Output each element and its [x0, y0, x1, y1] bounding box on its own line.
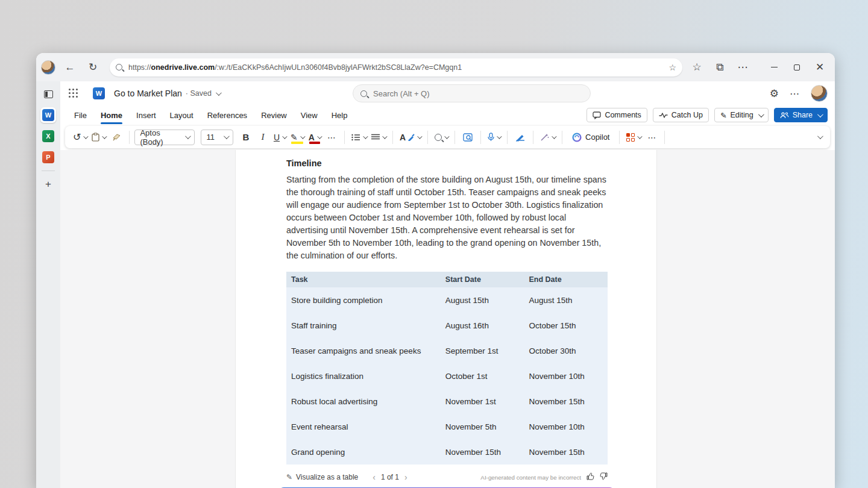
- styles-button[interactable]: A: [398, 129, 423, 146]
- bullets-button[interactable]: [350, 129, 368, 146]
- thumbs-up-icon[interactable]: [587, 472, 594, 482]
- cell-end: August 15th: [524, 296, 608, 305]
- cell-start: November 1st: [441, 397, 524, 406]
- app-header: W Go to Market Plan · Saved ⚙ ⋯: [60, 81, 835, 105]
- add-favorite-icon[interactable]: ☆: [668, 63, 676, 72]
- italic-button[interactable]: I: [255, 129, 271, 146]
- highlight-color-bar: [291, 142, 303, 144]
- maximize-button[interactable]: [788, 59, 805, 76]
- rail-item-powerpoint[interactable]: P: [40, 149, 56, 165]
- account-avatar[interactable]: [811, 85, 828, 102]
- font-size-chevron-down-icon: [224, 133, 230, 139]
- gear-icon[interactable]: ⚙: [770, 87, 779, 100]
- search-input[interactable]: [373, 89, 554, 98]
- microphone-icon: [488, 133, 494, 142]
- sidebar-toggle-button[interactable]: [40, 86, 56, 102]
- designer-button[interactable]: [460, 129, 476, 146]
- minimize-icon: [771, 67, 778, 68]
- dictate-button[interactable]: [486, 129, 502, 146]
- section-paragraph: Starting from the completion of the stor…: [286, 174, 608, 262]
- document-page[interactable]: Timeline Starting from the completion of…: [235, 150, 657, 488]
- tab-layout[interactable]: Layout: [165, 108, 199, 123]
- header-more-icon[interactable]: ⋯: [790, 88, 800, 99]
- catch-up-button[interactable]: Catch Up: [653, 108, 709, 122]
- url-text[interactable]: https://onedrive.live.com/:w:/t/EaCKkPs6…: [128, 63, 462, 72]
- close-button[interactable]: ✕: [811, 59, 828, 76]
- magic-wand-icon: [540, 133, 549, 142]
- app-launcher-icon[interactable]: [69, 89, 78, 98]
- comments-button[interactable]: Comments: [587, 108, 647, 122]
- table-row[interactable]: Teaser campaigns and sneak peeks Septemb…: [286, 338, 608, 363]
- browser-more-icon[interactable]: ⋯: [734, 59, 751, 76]
- browser-profile-avatar[interactable]: [41, 60, 55, 75]
- designer-icon: [463, 133, 473, 142]
- table-row[interactable]: Event rehearsal November 5th November 10…: [286, 414, 608, 439]
- tab-home[interactable]: Home: [95, 108, 128, 123]
- pager-next-icon[interactable]: ›: [404, 472, 407, 482]
- table-row[interactable]: Logistics finalization October 1st Novem…: [286, 363, 608, 389]
- add-ins-button[interactable]: [624, 129, 643, 146]
- font-size-value: 11: [206, 133, 215, 142]
- rail-add-button[interactable]: +: [40, 177, 56, 192]
- font-color-button[interactable]: A: [307, 129, 322, 146]
- table-row[interactable]: Grand opening November 15th November 15t…: [286, 439, 608, 465]
- saved-status: · Saved: [186, 89, 212, 98]
- table-row[interactable]: Robust local advertising November 1st No…: [286, 389, 608, 414]
- copilot-button[interactable]: Copilot: [567, 129, 614, 146]
- editor-button[interactable]: [512, 129, 528, 146]
- tab-review[interactable]: Review: [256, 108, 292, 123]
- format-painter-button[interactable]: [108, 129, 124, 146]
- font-size-select[interactable]: 11: [201, 130, 233, 145]
- undo-chevron-down-icon: [84, 134, 89, 139]
- back-button[interactable]: ←: [61, 59, 78, 76]
- address-bar[interactable]: https://onedrive.live.com/:w:/t/EaCKkPs6…: [110, 58, 682, 77]
- timeline-table[interactable]: Task Start Date End Date Store building …: [286, 272, 608, 465]
- title-chevron-down-icon[interactable]: [216, 90, 222, 96]
- ribbon-collapse-chevron-icon[interactable]: [817, 133, 823, 139]
- bold-button[interactable]: B: [238, 129, 254, 146]
- font-name-select[interactable]: Aptos (Body): [134, 130, 195, 145]
- document-title[interactable]: Go to Market Plan: [114, 89, 182, 98]
- pager-prev-icon[interactable]: ‹: [373, 472, 376, 482]
- underline-button[interactable]: U: [272, 129, 288, 146]
- document-canvas: Timeline Starting from the completion of…: [60, 150, 835, 488]
- word-search-box[interactable]: [353, 84, 591, 102]
- column-header-task: Task: [286, 275, 441, 284]
- paste-button[interactable]: [90, 129, 107, 146]
- cell-task: Robust local advertising: [286, 397, 441, 406]
- minimize-button[interactable]: [766, 59, 782, 76]
- rail-item-word[interactable]: W: [40, 107, 56, 123]
- align-button[interactable]: [370, 129, 388, 146]
- ribbon-more-button[interactable]: ⋯: [644, 129, 659, 146]
- copilot-label: Copilot: [585, 133, 609, 142]
- url-domain: onedrive.live.com: [151, 63, 215, 72]
- favorites-button[interactable]: ☆: [688, 59, 705, 76]
- undo-icon: ↺: [73, 131, 81, 143]
- share-button[interactable]: Share: [774, 108, 828, 122]
- highlight-button[interactable]: ✎: [289, 129, 306, 146]
- visualize-as-table-button[interactable]: Visualize as a table: [296, 473, 358, 481]
- editing-button[interactable]: ✎ Editing: [714, 108, 769, 122]
- font-color-chevron-down-icon: [317, 134, 322, 139]
- tab-insert[interactable]: Insert: [131, 108, 162, 123]
- plus-icon: +: [45, 178, 51, 190]
- table-row[interactable]: Staff training August 16th October 15th: [286, 313, 608, 338]
- tab-view[interactable]: View: [295, 108, 323, 123]
- ribbon-more-icon: ⋯: [647, 133, 656, 142]
- cell-start: October 1st: [441, 372, 524, 381]
- rail-item-excel[interactable]: X: [40, 128, 56, 144]
- tab-file[interactable]: File: [69, 108, 92, 123]
- tab-references[interactable]: References: [202, 108, 253, 123]
- more-font-options-button[interactable]: ⋯: [324, 129, 339, 146]
- thumbs-down-icon[interactable]: [600, 472, 608, 482]
- highlight-chevron-down-icon: [300, 134, 305, 139]
- collections-icon[interactable]: ⧉: [711, 59, 728, 76]
- refresh-button[interactable]: ↻: [84, 59, 101, 76]
- table-row[interactable]: Store building completion August 15th Au…: [286, 287, 608, 313]
- undo-button[interactable]: ↺: [71, 129, 89, 146]
- find-button[interactable]: [433, 129, 450, 146]
- auto-rewrite-button[interactable]: [538, 129, 557, 146]
- browser-window: ← ↻ https://onedrive.live.com/:w:/t/EaCK…: [36, 53, 835, 488]
- maximize-icon: [794, 64, 800, 70]
- tab-help[interactable]: Help: [326, 108, 353, 123]
